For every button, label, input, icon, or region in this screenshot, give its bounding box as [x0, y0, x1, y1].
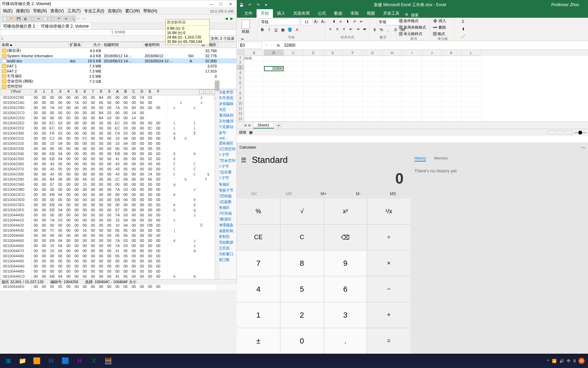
mminus-button[interactable]: M- [341, 189, 376, 199]
name-box[interactable] [238, 42, 262, 49]
calc-key-x²[interactable]: x² [324, 199, 367, 224]
sheet-nav-first-icon[interactable]: ◀ [244, 123, 246, 127]
col-header[interactable]: D [304, 50, 323, 56]
memory-tab[interactable]: Memory [434, 156, 448, 162]
align-center-icon[interactable]: ≡ [334, 26, 340, 32]
user-name[interactable]: Professor Zhou [551, 2, 579, 7]
sogou-icon[interactable]: S [573, 359, 576, 363]
cell[interactable] [343, 107, 363, 112]
cell[interactable] [284, 87, 304, 92]
cell[interactable] [343, 76, 363, 81]
cell[interactable] [264, 61, 284, 66]
asc-btn-2[interactable] [205, 89, 210, 94]
cell[interactable] [304, 56, 323, 61]
network-icon[interactable]: 📶 [552, 359, 557, 363]
zoom-slider[interactable]: —⬤— [574, 130, 586, 135]
cell[interactable] [461, 112, 481, 117]
tab-data[interactable]: 数据 [330, 9, 346, 18]
cell[interactable] [264, 97, 284, 102]
cell[interactable] [264, 87, 284, 92]
menu-options[interactable]: 选项(O) [106, 8, 123, 14]
align-bot-icon[interactable]: ⬇ [344, 18, 350, 25]
format-button[interactable]: ▦ 格式 [433, 31, 445, 36]
cell[interactable] [244, 81, 264, 87]
cell[interactable] [382, 92, 402, 97]
cell[interactable] [422, 56, 442, 61]
file-row[interactable]: 空余空间 (网络)7.2 GB [0, 79, 236, 84]
cell[interactable] [323, 112, 343, 117]
cell[interactable] [244, 87, 264, 92]
copy-icon[interactable]: 📑 [43, 16, 49, 22]
col-size[interactable]: 大小 [82, 42, 102, 47]
cell[interactable] [461, 56, 481, 61]
cell[interactable] [363, 81, 382, 87]
cell[interactable] [343, 66, 363, 71]
cell[interactable] [343, 81, 363, 87]
cell[interactable] [244, 66, 264, 71]
cell[interactable] [284, 102, 304, 107]
cell[interactable] [461, 102, 481, 107]
cell[interactable] [323, 87, 343, 92]
calc-key-6[interactable]: 6 [324, 276, 367, 302]
cell[interactable] [461, 81, 481, 87]
grow-font-icon[interactable]: A↑ [313, 18, 320, 25]
props-icon[interactable]: 📋 [29, 16, 35, 22]
view-break-icon[interactable] [566, 130, 572, 135]
calc-key-.[interactable]: . [324, 328, 367, 354]
cell[interactable] [422, 87, 442, 92]
cell[interactable] [304, 112, 323, 117]
align-top-icon[interactable]: ⬆ [331, 18, 337, 25]
table-format-button[interactable]: ▦ 套用表格格式 [399, 25, 426, 30]
enter-icon[interactable]: ✓ [269, 43, 275, 47]
cell[interactable] [382, 56, 402, 61]
autosum-icon[interactable]: Σ [460, 18, 466, 25]
fill-color-icon[interactable]: 🪣 [287, 27, 293, 33]
cell[interactable] [343, 71, 363, 76]
menu-nav[interactable]: 导航(N) [32, 8, 48, 14]
undo-icon[interactable]: ↶ [56, 16, 62, 22]
cell[interactable] [382, 81, 402, 87]
excel-icon[interactable]: X [87, 355, 101, 367]
cell[interactable] [264, 107, 284, 112]
cell[interactable] [363, 76, 382, 81]
calc-key-±[interactable]: ± [237, 328, 280, 354]
row-header[interactable]: 11 [237, 106, 244, 111]
tab-disk-2[interactable]: 可移动存储介质 2, Volume [38, 23, 92, 29]
cell[interactable] [284, 117, 304, 121]
menu-window[interactable]: 窗口(W) [124, 8, 141, 14]
cell[interactable] [442, 117, 461, 121]
row-header[interactable]: 2 [237, 60, 244, 65]
cell[interactable] [284, 71, 304, 76]
cell[interactable] [422, 107, 442, 112]
history-tab[interactable]: History [414, 156, 426, 162]
col-header[interactable]: G [363, 50, 382, 56]
italic-button[interactable]: I [266, 27, 272, 33]
cell[interactable] [461, 76, 481, 81]
cell[interactable] [422, 97, 442, 102]
notification-badge[interactable]: 25 [578, 358, 585, 364]
ms-button[interactable]: MS [376, 189, 410, 199]
cell[interactable] [284, 66, 304, 71]
calc-key-0[interactable]: 0 [280, 328, 324, 354]
cell[interactable] [343, 102, 363, 107]
wrap-icon[interactable]: ↩ [358, 18, 364, 25]
file-row[interactable]: FAT 17.3 MB3,070 [0, 63, 236, 68]
cell[interactable] [461, 66, 481, 71]
cell[interactable] [382, 87, 402, 92]
col-created[interactable]: 创建时间 [102, 42, 143, 47]
mr-button[interactable]: MR [272, 189, 306, 199]
file-row[interactable]: 空闲空间 [0, 84, 236, 89]
redo-icon[interactable]: ↷ [255, 2, 261, 7]
save-icon[interactable]: 💾 [239, 2, 244, 7]
border-icon[interactable]: ▦ [280, 27, 286, 33]
minimize-button[interactable]: — [207, 1, 216, 7]
macro-icon[interactable]: ▦ [249, 130, 252, 135]
cell[interactable] [284, 76, 304, 81]
nav-prev-icon[interactable]: ◀ [225, 16, 230, 21]
fx-icon[interactable]: fx [275, 43, 282, 47]
cell[interactable] [323, 81, 343, 87]
cell[interactable] [461, 117, 481, 121]
close-button[interactable]: ✕ [226, 1, 235, 7]
cell[interactable] [461, 107, 481, 112]
calc-key-CE[interactable]: CE [237, 225, 280, 250]
